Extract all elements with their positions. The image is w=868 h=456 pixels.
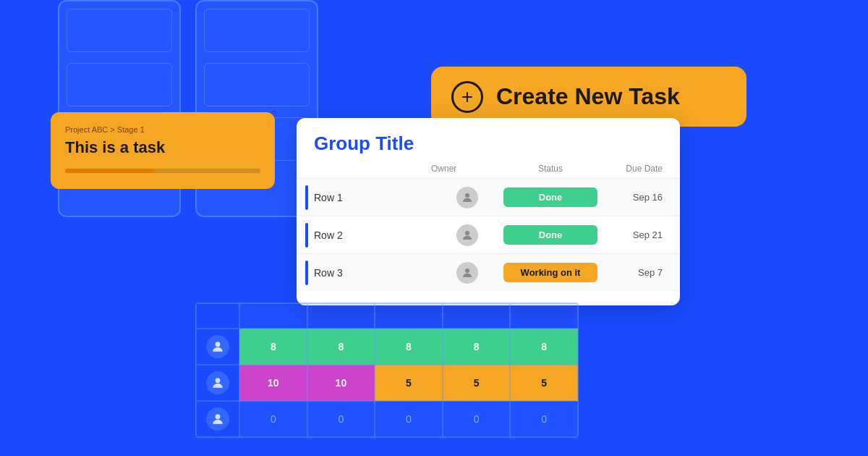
frame2-inner-2 bbox=[204, 63, 310, 106]
svg-point-3 bbox=[216, 342, 221, 347]
user-icon bbox=[210, 412, 225, 426]
gantt-cell: 5 bbox=[510, 365, 578, 401]
gantt-header-cell bbox=[307, 303, 375, 329]
gantt-header-cell bbox=[510, 303, 578, 329]
user-icon bbox=[210, 339, 225, 354]
task-breadcrumb: Project ABC > Stage 1 bbox=[65, 125, 260, 134]
gantt-cell: 0 bbox=[510, 401, 578, 437]
gantt-chart: 8 8 8 8 8 10 10 5 5 5 bbox=[195, 303, 579, 438]
svg-point-0 bbox=[465, 193, 469, 198]
table-header: Owner Status Due Date bbox=[297, 164, 680, 178]
due-date: Sep 16 bbox=[597, 192, 663, 203]
gantt-cell: 0 bbox=[443, 401, 511, 437]
gantt-cell: 8 bbox=[510, 329, 578, 365]
frame2-inner-1 bbox=[204, 9, 310, 52]
row-name-cell: Row 2 bbox=[305, 223, 431, 248]
avatar bbox=[456, 187, 478, 208]
gantt-header-row bbox=[196, 303, 578, 329]
gantt-cell: 10 bbox=[239, 365, 307, 401]
gantt-row: 0 0 0 0 0 bbox=[196, 401, 578, 437]
user-icon bbox=[461, 229, 474, 242]
gantt-header-cell bbox=[375, 303, 443, 329]
row-indicator bbox=[305, 261, 308, 285]
task-title: This is a task bbox=[65, 138, 260, 157]
gantt-header-cell bbox=[239, 303, 307, 329]
group-title: Group Title bbox=[297, 132, 680, 164]
user-icon bbox=[461, 191, 474, 204]
table-row: Row 1 Done Sep 16 bbox=[297, 178, 680, 216]
status-badge: Done bbox=[503, 187, 597, 207]
gantt-row: 8 8 8 8 8 bbox=[196, 329, 578, 365]
table-row: Row 2 Done Sep 21 bbox=[297, 216, 680, 253]
svg-point-2 bbox=[465, 269, 469, 273]
gantt-cell: 5 bbox=[443, 365, 511, 401]
status-cell: Done bbox=[503, 225, 597, 245]
table-row: Row 3 Working on it Sep 7 bbox=[297, 253, 680, 291]
avatar bbox=[456, 262, 478, 284]
svg-point-1 bbox=[465, 231, 469, 235]
frame-inner-1 bbox=[67, 9, 172, 52]
gantt-cell: 0 bbox=[375, 401, 443, 437]
gantt-cell: 8 bbox=[375, 329, 443, 365]
svg-point-5 bbox=[216, 414, 221, 419]
frame-inner-2 bbox=[67, 63, 172, 106]
gantt-avatar bbox=[206, 335, 229, 358]
gantt-cell: 8 bbox=[239, 329, 307, 365]
gantt-cell: 10 bbox=[307, 365, 375, 401]
gantt-header-cell bbox=[443, 303, 511, 329]
row-name: Row 1 bbox=[314, 192, 343, 203]
gantt-cell: 0 bbox=[307, 401, 375, 437]
col-name bbox=[323, 164, 431, 174]
col-due: Due Date bbox=[597, 164, 663, 174]
user-icon bbox=[210, 376, 225, 390]
status-badge: Done bbox=[503, 225, 597, 245]
gantt-avatar-cell bbox=[196, 329, 239, 365]
gantt-avatar bbox=[206, 408, 229, 431]
progress-bar bbox=[65, 169, 153, 173]
progress-bar-container bbox=[65, 169, 260, 173]
gantt-cell: 5 bbox=[375, 365, 443, 401]
row-name-cell: Row 1 bbox=[305, 185, 431, 210]
svg-point-4 bbox=[216, 378, 221, 383]
due-date: Sep 7 bbox=[597, 267, 663, 278]
row-name: Row 2 bbox=[314, 229, 343, 241]
gantt-avatar-cell bbox=[196, 365, 239, 401]
status-badge: Working on it bbox=[503, 263, 597, 282]
row-indicator bbox=[305, 185, 308, 210]
col-status: Status bbox=[503, 164, 597, 174]
col-owner: Owner bbox=[431, 164, 503, 174]
plus-icon: + bbox=[461, 85, 473, 109]
gantt-avatar-header bbox=[196, 303, 239, 329]
gantt-cell: 0 bbox=[239, 401, 307, 437]
task-card: Project ABC > Stage 1 This is a task bbox=[51, 112, 275, 189]
create-task-icon: + bbox=[451, 81, 483, 113]
row-name: Row 3 bbox=[314, 267, 343, 279]
status-cell: Done bbox=[503, 187, 597, 207]
avatar bbox=[456, 224, 478, 246]
user-icon bbox=[461, 266, 474, 279]
gantt-avatar bbox=[206, 371, 229, 394]
table-panel: Group Title Owner Status Due Date Row 1 … bbox=[297, 118, 680, 305]
gantt-avatar-cell bbox=[196, 401, 239, 437]
row-name-cell: Row 3 bbox=[305, 261, 431, 285]
create-task-label: Create New Task bbox=[496, 83, 680, 110]
gantt-row: 10 10 5 5 5 bbox=[196, 365, 578, 401]
gantt-cell: 8 bbox=[307, 329, 375, 365]
due-date: Sep 21 bbox=[597, 229, 663, 240]
status-cell: Working on it bbox=[503, 263, 597, 282]
row-indicator bbox=[305, 223, 308, 248]
gantt-cell: 8 bbox=[443, 329, 511, 365]
